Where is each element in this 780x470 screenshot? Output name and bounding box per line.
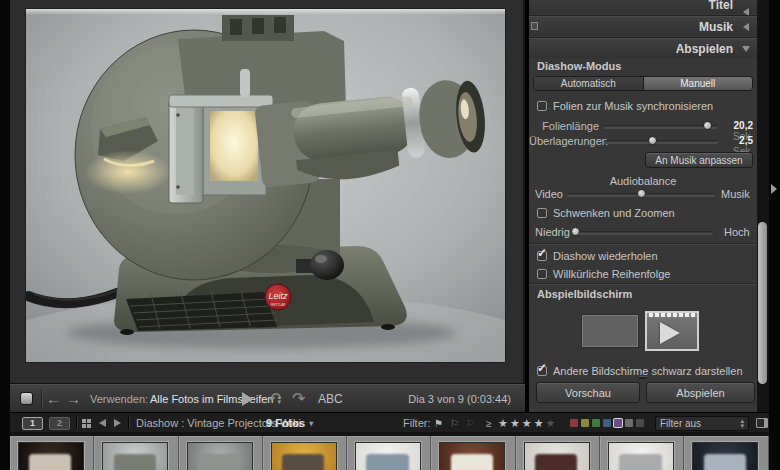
slideshow-mode-segmented-control: Automatisch Manuell xyxy=(533,76,753,91)
use-source-dropdown[interactable]: Alle Fotos im Filmstreifen ▴▾ xyxy=(150,384,281,413)
playback-screen-2-selected[interactable] xyxy=(645,311,699,351)
preview-button[interactable]: Vorschau xyxy=(536,382,640,403)
flag-pick-filter[interactable]: ⚑ xyxy=(434,413,443,433)
star-icon[interactable]: ★ xyxy=(498,417,510,430)
audiobalance-slider[interactable] xyxy=(567,193,715,196)
playback-screen-1[interactable] xyxy=(581,314,639,348)
thumbnail-image xyxy=(439,442,505,470)
next-slide-button[interactable]: → xyxy=(66,384,81,413)
slide-length-slider[interactable] xyxy=(604,125,718,128)
filmstrip-thumbnail[interactable] xyxy=(179,436,263,470)
play-button[interactable] xyxy=(242,384,253,413)
left-panel-edge[interactable] xyxy=(0,0,10,470)
go-forward-button[interactable] xyxy=(114,413,121,433)
filmstrip-thumbnail[interactable] xyxy=(431,436,515,470)
repeat-checkbox[interactable]: ✓ xyxy=(537,251,547,261)
panel-scrollbar[interactable] xyxy=(757,0,769,412)
rotate-left-button[interactable]: ↶ xyxy=(268,384,281,413)
panel-section-abspielen[interactable]: Abspielen xyxy=(529,37,757,58)
color-label-chip[interactable] xyxy=(625,419,633,427)
color-label-chip[interactable] xyxy=(592,419,600,427)
slide-preview-image[interactable]: Leitz WETZLAR xyxy=(26,9,505,362)
sync-to-music-checkbox[interactable] xyxy=(537,101,547,111)
play-slideshow-button[interactable]: Abspielen xyxy=(646,382,755,403)
fit-to-music-button[interactable]: An Musik anpassen xyxy=(645,152,753,168)
color-label-chip[interactable] xyxy=(570,419,578,427)
panel-grip[interactable] xyxy=(639,376,647,379)
separator xyxy=(128,417,129,429)
star-icon[interactable]: ★ xyxy=(510,417,522,430)
filter-switch-button[interactable] xyxy=(756,413,768,433)
flag-rejected-filter[interactable]: ⚐ xyxy=(466,413,475,433)
grid-view-button[interactable] xyxy=(82,413,91,433)
thumbnail-image xyxy=(692,442,758,470)
panel-section-titel[interactable]: Titel xyxy=(529,0,757,14)
star-icon[interactable]: ★ xyxy=(534,417,546,430)
color-label-chip[interactable] xyxy=(581,419,589,427)
thumbnail-image xyxy=(608,442,674,470)
blank-other-screens-checkbox[interactable]: ✓ xyxy=(537,366,547,376)
mode-heading: Diashow-Modus xyxy=(537,60,621,72)
rotate-right-button[interactable]: ↷ xyxy=(292,384,305,413)
filmstrip-thumbnail[interactable] xyxy=(516,436,600,470)
pan-zoom-checkbox[interactable] xyxy=(537,208,547,218)
slider-thumb[interactable] xyxy=(637,189,646,198)
thumbnail-image xyxy=(18,442,84,470)
collapsed-triangle-icon xyxy=(743,23,749,31)
overlap-slider[interactable] xyxy=(604,140,718,143)
slide-length-label: Folienlänge xyxy=(529,120,599,132)
star-icon[interactable]: ★ xyxy=(522,417,534,430)
mode-manual-button[interactable]: Manuell xyxy=(644,77,753,90)
color-label-chip[interactable] xyxy=(636,419,644,427)
thumbnail-image xyxy=(271,442,337,470)
pan-zoom-slider[interactable] xyxy=(571,231,713,234)
scrollbar-thumb[interactable] xyxy=(758,222,767,384)
slider-thumb[interactable] xyxy=(571,227,580,236)
forward-arrow-icon xyxy=(114,419,121,427)
rating-operator[interactable]: ≥ xyxy=(486,413,492,433)
slider-thumb[interactable] xyxy=(703,121,712,130)
flag-unflagged-filter[interactable]: ⚐ xyxy=(450,413,459,433)
filmstrip-thumbnail[interactable] xyxy=(347,436,431,470)
flag-rejected-icon: ⚐ xyxy=(466,418,475,429)
previous-slide-button[interactable]: ← xyxy=(46,384,61,413)
random-order-checkbox[interactable] xyxy=(537,269,547,279)
thumbnail-subject xyxy=(451,454,493,470)
star-icon[interactable]: ★ xyxy=(546,417,558,430)
dropdown-arrows-icon: ▴▾ xyxy=(740,418,744,428)
flag-picked-icon: ⚑ xyxy=(434,418,443,429)
filter-preset-dropdown[interactable]: Filter aus ▴▾ xyxy=(655,413,749,433)
star-rating-filter[interactable]: ★★★★★ xyxy=(498,413,557,433)
go-back-button[interactable] xyxy=(99,413,106,433)
slideshow-toolbar: ← → Verwenden: Alle Fotos im Filmstreife… xyxy=(10,383,525,412)
photo-count-dropdown[interactable]: 9 Fotos ▾ xyxy=(266,413,313,433)
color-label-chip[interactable] xyxy=(603,419,611,427)
play-icon xyxy=(242,392,253,406)
color-label-filter xyxy=(570,413,647,433)
color-label-chip[interactable] xyxy=(614,419,622,427)
filmstrip-thumbnail[interactable] xyxy=(684,436,768,470)
panel-toggle-icon[interactable] xyxy=(531,22,538,30)
section-titel-label: Titel xyxy=(709,0,733,12)
main-window-button[interactable]: 1 xyxy=(22,413,43,433)
panzoom-low-label: Niedrig xyxy=(535,226,570,238)
thumbnail-image xyxy=(187,442,253,470)
thumbnail-image xyxy=(355,442,421,470)
separator xyxy=(76,417,77,429)
filmstrip-thumbnail[interactable] xyxy=(600,436,684,470)
section-abspielen-label: Abspielen xyxy=(676,42,733,56)
panel-reveal-arrow-icon xyxy=(771,184,777,194)
second-window-button[interactable]: 2 xyxy=(49,413,70,433)
filter-label: Filter: xyxy=(403,413,431,433)
slide-status-text: Dia 3 von 9 (0:03:44) xyxy=(408,384,511,413)
abc-text-overlay-button[interactable]: ABC xyxy=(318,384,343,413)
value-number: 20,2 xyxy=(734,120,753,131)
slider-thumb[interactable] xyxy=(648,136,657,145)
filmstrip-thumbnail[interactable] xyxy=(10,436,94,470)
right-panel-edge[interactable] xyxy=(769,0,780,470)
stop-button[interactable] xyxy=(20,384,33,413)
mode-automatic-button[interactable]: Automatisch xyxy=(534,77,644,90)
filmstrip-thumbnail[interactable] xyxy=(94,436,178,470)
filmstrip-thumbnail[interactable] xyxy=(263,436,347,470)
panel-section-musik[interactable]: Musik xyxy=(529,15,757,36)
